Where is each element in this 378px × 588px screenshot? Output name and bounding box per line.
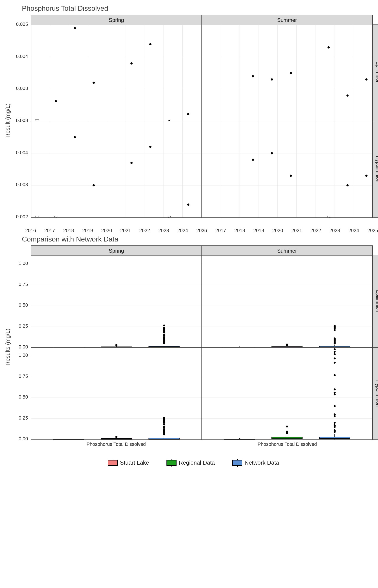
svg-point-40 — [347, 94, 349, 97]
facet2-row-hypo: Hypolimnion — [373, 347, 378, 440]
box-panel-spring-epi — [31, 255, 202, 348]
svg-point-38 — [290, 72, 292, 74]
svg-point-41 — [365, 78, 367, 80]
svg-point-36 — [252, 75, 254, 78]
svg-point-57 — [93, 184, 95, 186]
svg-point-217 — [334, 392, 336, 394]
svg-point-39 — [327, 46, 330, 49]
svg-point-219 — [334, 374, 336, 376]
facet-row-hypo: Hypolimnion — [373, 121, 378, 218]
svg-marker-83 — [327, 216, 330, 217]
panel-spring-epi — [31, 25, 202, 121]
svg-point-98 — [115, 344, 117, 346]
chart-phosphorus-timeseries: Phosphorus Total Dissolved Result (mg/L)… — [4, 4, 378, 227]
facet-row-epi: Epilimnion — [373, 24, 378, 121]
chart-title: Phosphorus Total Dissolved — [22, 4, 378, 13]
svg-point-211 — [334, 424, 336, 426]
svg-marker-62 — [54, 216, 57, 217]
y-axis-label: Result (mg/L) — [4, 15, 13, 227]
svg-point-202 — [286, 426, 288, 428]
svg-point-144 — [334, 337, 336, 339]
svg-point-150 — [334, 325, 336, 327]
svg-point-117 — [163, 324, 165, 326]
panel-spring-hypo — [31, 121, 202, 218]
legend-item-regional: Regional Data — [166, 459, 215, 466]
svg-point-133 — [286, 343, 288, 345]
svg-point-16 — [93, 81, 95, 84]
box-panel-summer-hypo — [202, 347, 372, 440]
panel-summer-epi — [202, 25, 372, 121]
svg-point-79 — [271, 152, 273, 154]
svg-point-78 — [252, 159, 254, 161]
x-cat-label-r: Phosphorus Total Dissolved — [257, 441, 317, 447]
legend: Stuart Lake Regional Data Network Data — [4, 459, 378, 466]
svg-point-201 — [286, 430, 288, 432]
legend-label: Network Data — [244, 459, 279, 466]
legend-swatch-icon — [166, 460, 176, 466]
svg-rect-197 — [272, 437, 302, 439]
svg-rect-205 — [319, 437, 350, 439]
svg-point-110 — [163, 336, 165, 338]
svg-point-222 — [334, 353, 336, 355]
box-panel-spring-hypo — [31, 347, 202, 440]
svg-point-223 — [334, 351, 336, 353]
facet2-col-spring: Spring — [31, 246, 202, 256]
svg-point-221 — [334, 357, 336, 360]
svg-point-58 — [130, 162, 133, 164]
svg-point-214 — [334, 414, 336, 415]
svg-point-218 — [334, 388, 336, 390]
y-axis-label-2: Results (mg/L) — [4, 245, 13, 448]
svg-marker-61 — [35, 216, 39, 217]
svg-point-37 — [271, 78, 273, 80]
legend-item-network: Network Data — [232, 459, 279, 466]
panel-summer-hypo — [202, 121, 372, 218]
svg-point-111 — [163, 334, 165, 336]
svg-point-215 — [334, 405, 336, 407]
svg-point-116 — [163, 327, 165, 329]
svg-marker-63 — [168, 216, 171, 217]
svg-point-178 — [163, 426, 165, 428]
legend-label: Regional Data — [179, 459, 215, 466]
svg-point-14 — [55, 100, 57, 102]
svg-point-56 — [74, 136, 76, 138]
legend-label: Stuart Lake — [120, 459, 149, 466]
facet-col-spring: Spring — [31, 15, 202, 25]
svg-point-220 — [334, 361, 336, 363]
svg-point-60 — [187, 203, 189, 206]
chart-network-comparison: Comparison with Network Data Results (mg… — [4, 235, 378, 448]
svg-point-20 — [187, 113, 189, 115]
svg-point-17 — [130, 62, 133, 65]
svg-point-82 — [365, 174, 367, 177]
box-panel-summer-epi — [202, 255, 372, 348]
svg-point-15 — [74, 27, 76, 29]
svg-point-184 — [163, 417, 165, 419]
facet2-col-summer: Summer — [202, 246, 372, 256]
svg-point-59 — [149, 146, 152, 148]
facet-col-summer: Summer — [202, 15, 372, 25]
svg-point-212 — [334, 422, 336, 424]
svg-point-209 — [334, 429, 336, 431]
chart-title-2: Comparison with Network Data — [22, 235, 378, 243]
legend-swatch-icon — [232, 460, 242, 466]
svg-point-165 — [115, 436, 117, 438]
legend-swatch-icon — [108, 460, 118, 466]
svg-point-18 — [149, 43, 152, 45]
svg-point-194 — [238, 438, 240, 440]
facet2-row-epi: Epilimnion — [373, 255, 378, 347]
legend-item-stuart: Stuart Lake — [108, 459, 149, 466]
svg-point-80 — [290, 174, 292, 177]
svg-point-224 — [334, 348, 336, 350]
x-cat-label-l: Phosphorus Total Dissolved — [86, 441, 146, 447]
svg-point-81 — [347, 184, 349, 186]
